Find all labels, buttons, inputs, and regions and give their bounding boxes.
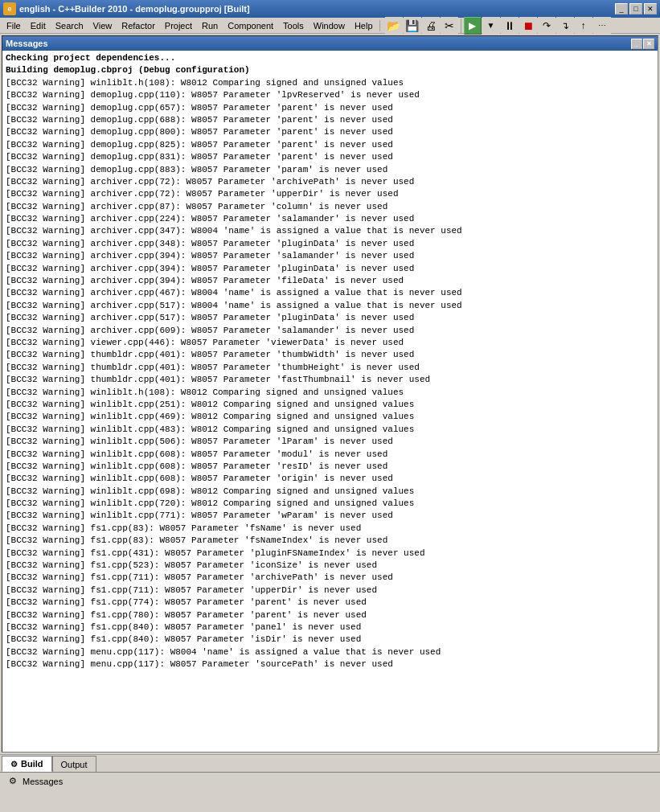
menu-edit[interactable]: Edit: [26, 19, 51, 32]
menu-bar: File Edit Search View Refactor Project R…: [0, 18, 660, 34]
build-output-line: [BCC32 Warning] winliblt.cpp(469): W8012…: [6, 411, 654, 423]
build-output-line: [BCC32 Warning] fs1.cpp(840): W8057 Para…: [6, 621, 654, 634]
maximize-button[interactable]: □: [629, 3, 642, 14]
app-icon: e: [3, 2, 16, 15]
toolbar-separator-1: [379, 20, 380, 31]
build-output-line: [BCC32 Warning] fs1.cpp(774): W8057 Para…: [6, 597, 654, 609]
menu-help[interactable]: Help: [350, 19, 378, 32]
title-bar-text: english - C++Builder 2010 - demoplug.gro…: [19, 4, 615, 14]
menu-tools[interactable]: Tools: [278, 19, 309, 32]
status-messages-item[interactable]: ⚙ Messages: [3, 775, 66, 788]
build-output-line: [BCC32 Warning] thumbldr.cpp(401): W8057…: [6, 349, 654, 361]
toolbar-print-button[interactable]: 🖨: [422, 17, 440, 35]
bottom-tabs: ⚙ Build Output: [0, 754, 660, 772]
toolbar-more-button[interactable]: ⋯: [593, 17, 611, 35]
toolbar-stepinto-button[interactable]: ↴: [556, 17, 574, 35]
output-tab-label: Output: [61, 760, 88, 769]
build-output-line: [BCC32 Warning] archiver.cpp(348): W8057…: [6, 238, 654, 250]
toolbar-run-button[interactable]: ▶: [464, 17, 482, 35]
build-output-line: [BCC32 Warning] archiver.cpp(517): W8057…: [6, 312, 654, 324]
messages-panel: Messages _ ✕ Checking project dependenci…: [2, 35, 658, 753]
menu-refactor[interactable]: Refactor: [117, 19, 160, 32]
build-output-line: [BCC32 Warning] fs1.cpp(711): W8057 Para…: [6, 572, 654, 584]
toolbar-separator-2: [461, 18, 461, 33]
menu-view[interactable]: View: [88, 19, 117, 32]
messages-content[interactable]: Checking project dependencies...Building…: [2, 51, 658, 752]
status-messages-label: Messages: [23, 777, 63, 786]
build-output-line: Building demoplug.cbproj (Debug configur…: [6, 64, 654, 76]
build-tab-icon: ⚙: [10, 760, 18, 769]
build-output-line: [BCC32 Warning] winliblt.cpp(608): W8057…: [6, 461, 654, 473]
build-output-line: [BCC32 Warning] winliblt.h(108): W8012 C…: [6, 77, 654, 89]
toolbar-pause-button[interactable]: ⏸: [501, 17, 519, 35]
menu-file[interactable]: File: [2, 19, 26, 32]
build-output-line: Checking project dependencies...: [6, 52, 654, 64]
build-output-line: [BCC32 Warning] archiver.cpp(347): W8004…: [6, 225, 654, 237]
menu-component[interactable]: Component: [223, 19, 278, 32]
build-output-line: [BCC32 Warning] archiver.cpp(224): W8057…: [6, 213, 654, 225]
build-output-line: [BCC32 Warning] archiver.cpp(394): W8057…: [6, 250, 654, 262]
build-output-line: [BCC32 Warning] demoplug.cpp(883): W8057…: [6, 164, 654, 176]
toolbar-save-button[interactable]: 💾: [404, 17, 421, 35]
build-output-line: [BCC32 Warning] archiver.cpp(72): W8057 …: [6, 176, 654, 188]
messages-title-bar: Messages _ ✕: [2, 36, 658, 51]
build-output-line: [BCC32 Warning] archiver.cpp(467): W8004…: [6, 287, 654, 299]
build-output-line: [BCC32 Warning] winliblt.cpp(608): W8057…: [6, 473, 654, 485]
build-output-line: [BCC32 Warning] menu.cpp(117): W8004 'na…: [6, 646, 654, 658]
messages-minimize-button[interactable]: _: [631, 39, 642, 49]
build-output-line: [BCC32 Warning] winliblt.h(108): W8012 C…: [6, 387, 654, 399]
build-output-line: [BCC32 Warning] fs1.cpp(523): W8057 Para…: [6, 560, 654, 572]
toolbar-dropdown-button[interactable]: ▼: [482, 17, 500, 35]
build-output-line: [BCC32 Warning] fs1.cpp(83): W8057 Param…: [6, 535, 654, 547]
build-output-line: [BCC32 Warning] thumbldr.cpp(401): W8057…: [6, 374, 654, 386]
build-output-line: [BCC32 Warning] archiver.cpp(609): W8057…: [6, 325, 654, 337]
toolbar-stepout-button[interactable]: ↑: [575, 17, 592, 35]
build-output-line: [BCC32 Warning] archiver.cpp(394): W8057…: [6, 275, 654, 287]
build-output-line: [BCC32 Warning] winliblt.cpp(771): W8057…: [6, 510, 654, 522]
build-output-line: [BCC32 Warning] thumbldr.cpp(401): W8057…: [6, 362, 654, 374]
toolbar-stepover-button[interactable]: ↷: [538, 17, 555, 35]
title-bar-buttons: _ □ ✕: [615, 3, 657, 14]
menu-search[interactable]: Search: [51, 19, 88, 32]
menu-run[interactable]: Run: [197, 19, 223, 32]
build-output-line: [BCC32 Warning] archiver.cpp(87): W8057 …: [6, 201, 654, 213]
messages-panel-title: Messages: [6, 39, 48, 48]
build-output-line: [BCC32 Warning] archiver.cpp(517): W8004…: [6, 300, 654, 312]
build-output-line: [BCC32 Warning] archiver.cpp(72): W8057 …: [6, 188, 654, 200]
toolbar-stop-button[interactable]: ⏹: [519, 17, 537, 35]
build-output-line: [BCC32 Warning] fs1.cpp(780): W8057 Para…: [6, 609, 654, 621]
messages-close-button[interactable]: ✕: [643, 39, 654, 49]
build-output-line: [BCC32 Warning] demoplug.cpp(800): W8057…: [6, 126, 654, 138]
build-output-line: [BCC32 Warning] winliblt.cpp(698): W8012…: [6, 486, 654, 498]
title-bar: e english - C++Builder 2010 - demoplug.g…: [0, 0, 660, 18]
tab-output[interactable]: Output: [52, 756, 96, 772]
build-output-line: [BCC32 Warning] demoplug.cpp(825): W8057…: [6, 139, 654, 151]
build-output-line: [BCC32 Warning] archiver.cpp(394): W8057…: [6, 263, 654, 275]
menu-project[interactable]: Project: [160, 19, 197, 32]
build-output-line: [BCC32 Warning] menu.cpp(117): W8057 Par…: [6, 658, 654, 671]
messages-title-buttons: _ ✕: [631, 39, 654, 49]
build-output-line: [BCC32 Warning] viewer.cpp(446): W8057 P…: [6, 337, 654, 349]
close-button[interactable]: ✕: [644, 3, 657, 14]
build-output-line: [BCC32 Warning] winliblt.cpp(251): W8012…: [6, 399, 654, 411]
build-output-line: [BCC32 Warning] demoplug.cpp(688): W8057…: [6, 114, 654, 126]
build-output-line: [BCC32 Warning] winliblt.cpp(720): W8012…: [6, 498, 654, 510]
build-output-line: [BCC32 Warning] fs1.cpp(711): W8057 Para…: [6, 584, 654, 597]
status-bar: ⚙ Messages: [0, 772, 660, 789]
build-output-line: [BCC32 Warning] fs1.cpp(431): W8057 Para…: [6, 547, 654, 560]
main-area: Messages _ ✕ Checking project dependenci…: [0, 34, 660, 772]
tab-build[interactable]: ⚙ Build: [2, 756, 52, 772]
build-output-line: [BCC32 Warning] fs1.cpp(840): W8057 Para…: [6, 634, 654, 646]
build-output-line: [BCC32 Warning] demoplug.cpp(657): W8057…: [6, 102, 654, 114]
build-output-line: [BCC32 Warning] demoplug.cpp(831): W8057…: [6, 151, 654, 163]
status-messages-icon: ⚙: [6, 775, 19, 788]
build-output-line: [BCC32 Warning] winliblt.cpp(506): W8057…: [6, 436, 654, 448]
menu-window[interactable]: Window: [309, 19, 350, 32]
build-output-line: [BCC32 Warning] demoplug.cpp(110): W8057…: [6, 89, 654, 101]
minimize-button[interactable]: _: [615, 3, 628, 14]
build-output-line: [BCC32 Warning] winliblt.cpp(483): W8012…: [6, 424, 654, 436]
toolbar-cut-button[interactable]: ✂: [441, 17, 458, 35]
toolbar-open-button[interactable]: 📂: [385, 17, 403, 35]
build-tab-label: Build: [21, 759, 43, 769]
build-output-line: [BCC32 Warning] winliblt.cpp(608): W8057…: [6, 449, 654, 461]
